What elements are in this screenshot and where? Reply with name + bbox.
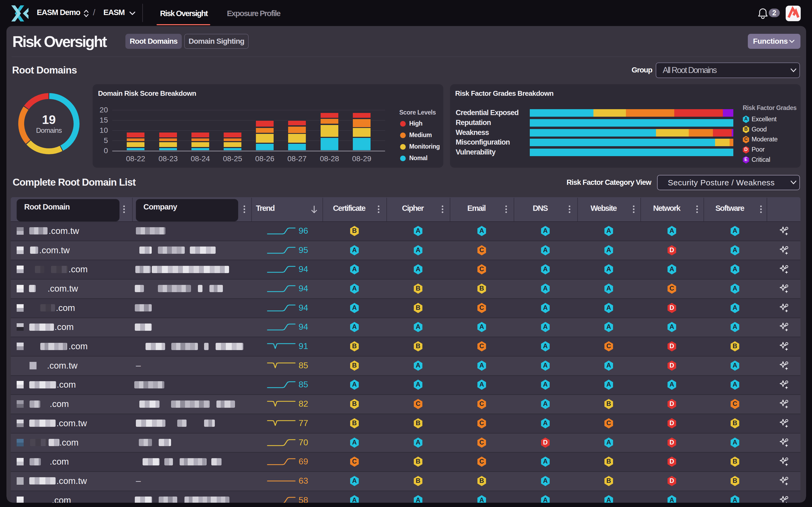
svg-text:A: A xyxy=(543,246,548,253)
svg-text:B: B xyxy=(352,419,357,427)
svg-text:A: A xyxy=(479,361,484,369)
svg-text:B: B xyxy=(732,458,737,465)
svg-text:A: A xyxy=(352,439,357,446)
svg-text:A: A xyxy=(543,342,548,349)
svg-text:A: A xyxy=(543,361,548,369)
svg-text:A: A xyxy=(416,381,420,388)
svg-text:B: B xyxy=(744,126,748,132)
svg-text:C: C xyxy=(479,458,484,465)
svg-text:B: B xyxy=(416,342,420,349)
svg-text:A: A xyxy=(606,361,611,369)
svg-text:A: A xyxy=(416,496,420,504)
svg-text:A: A xyxy=(479,227,484,234)
svg-text:A: A xyxy=(543,323,548,330)
svg-text:C: C xyxy=(479,342,484,349)
svg-text:C: C xyxy=(479,419,484,427)
svg-text:A: A xyxy=(606,265,611,273)
svg-text:A: A xyxy=(669,496,674,504)
svg-text:D: D xyxy=(669,304,674,311)
svg-text:A: A xyxy=(669,265,674,273)
svg-text:A: A xyxy=(732,496,737,504)
svg-text:B: B xyxy=(732,477,737,484)
svg-text:A: A xyxy=(479,496,484,504)
svg-text:A: A xyxy=(669,227,674,234)
svg-text:A: A xyxy=(416,246,420,253)
svg-text:A: A xyxy=(543,265,548,273)
svg-text:C: C xyxy=(669,285,674,292)
svg-text:B: B xyxy=(416,458,420,465)
svg-text:D: D xyxy=(669,458,674,465)
svg-text:A: A xyxy=(543,227,548,234)
svg-text:D: D xyxy=(543,439,548,446)
svg-text:A: A xyxy=(479,381,484,388)
svg-text:A: A xyxy=(606,285,611,292)
svg-text:A: A xyxy=(732,381,737,388)
svg-text:B: B xyxy=(352,342,357,349)
svg-text:B: B xyxy=(416,304,420,311)
svg-text:A: A xyxy=(352,381,357,388)
svg-text:A: A xyxy=(352,323,357,330)
svg-text:A: A xyxy=(732,285,737,292)
svg-text:C: C xyxy=(479,265,484,273)
svg-text:B: B xyxy=(479,285,484,292)
svg-text:A: A xyxy=(669,381,674,388)
svg-text:B: B xyxy=(352,361,357,369)
svg-text:A: A xyxy=(416,323,420,330)
svg-text:A: A xyxy=(352,477,357,484)
svg-text:A: A xyxy=(352,285,357,292)
svg-text:A: A xyxy=(543,304,548,311)
svg-text:A: A xyxy=(606,227,611,234)
svg-text:B: B xyxy=(416,419,420,427)
svg-text:A: A xyxy=(732,361,737,369)
svg-text:B: B xyxy=(732,419,737,427)
svg-text:C: C xyxy=(479,304,484,311)
svg-text:A: A xyxy=(479,323,484,330)
svg-text:C: C xyxy=(606,342,611,349)
svg-text:C: C xyxy=(479,439,484,446)
svg-text:A: A xyxy=(352,496,357,504)
svg-text:A: A xyxy=(606,381,611,388)
svg-text:A: A xyxy=(543,458,548,465)
svg-text:A: A xyxy=(352,246,357,253)
svg-text:C: C xyxy=(606,419,611,427)
svg-text:A: A xyxy=(416,361,420,369)
svg-text:A: A xyxy=(744,116,748,121)
svg-text:B: B xyxy=(606,477,611,484)
svg-text:A: A xyxy=(606,246,611,253)
svg-text:D: D xyxy=(669,419,674,427)
svg-text:A: A xyxy=(416,227,420,234)
svg-text:B: B xyxy=(606,400,611,407)
svg-text:D: D xyxy=(669,342,674,349)
svg-text:A: A xyxy=(606,304,611,311)
svg-text:D: D xyxy=(669,439,674,446)
svg-text:A: A xyxy=(606,439,611,446)
svg-text:D: D xyxy=(669,361,674,369)
svg-text:A: A xyxy=(732,265,737,273)
svg-text:C: C xyxy=(479,400,484,407)
svg-text:D: D xyxy=(669,246,674,253)
svg-text:C: C xyxy=(352,458,357,465)
svg-text:A: A xyxy=(669,323,674,330)
svg-text:B: B xyxy=(606,458,611,465)
svg-text:C: C xyxy=(479,246,484,253)
svg-text:B: B xyxy=(479,477,484,484)
svg-text:A: A xyxy=(416,265,420,273)
svg-text:A: A xyxy=(543,381,548,388)
svg-text:B: B xyxy=(416,477,420,484)
svg-text:A: A xyxy=(543,496,548,504)
svg-text:B: B xyxy=(352,400,357,407)
svg-text:A: A xyxy=(543,419,548,427)
svg-text:A: A xyxy=(416,439,420,446)
svg-text:B: B xyxy=(732,342,737,349)
svg-text:A: A xyxy=(732,246,737,253)
svg-text:A: A xyxy=(543,285,548,292)
svg-text:E: E xyxy=(744,157,748,162)
svg-text:A: A xyxy=(606,496,611,504)
svg-text:C: C xyxy=(416,400,420,407)
svg-text:B: B xyxy=(352,227,357,234)
svg-text:A: A xyxy=(352,304,357,311)
svg-text:A: A xyxy=(543,400,548,407)
svg-text:D: D xyxy=(669,477,674,484)
svg-text:A: A xyxy=(732,304,737,311)
svg-text:C: C xyxy=(744,136,748,142)
